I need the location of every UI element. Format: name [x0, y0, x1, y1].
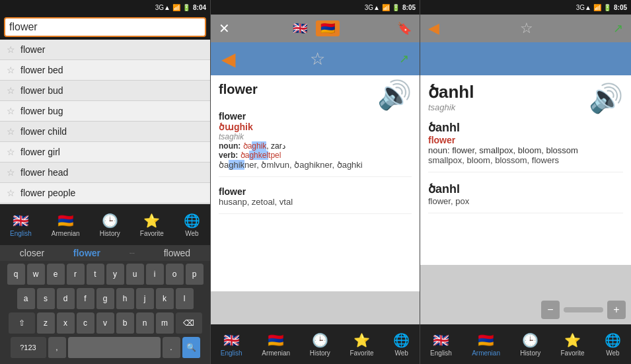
- p3-extra-1: smallpox, bloom, blossom, flowers: [428, 155, 623, 165]
- key-symbols[interactable]: ?123: [11, 337, 46, 359]
- nav3-item-favorite[interactable]: ⭐ Favorite: [561, 332, 585, 357]
- speaker-icon-3[interactable]: 🔊: [589, 82, 623, 114]
- key-y[interactable]: y: [106, 264, 124, 286]
- key-a[interactable]: a: [17, 288, 35, 310]
- search-input-wrapper[interactable]: [4, 17, 206, 37]
- def-text-2: husanp, zetoal, vtal: [219, 197, 412, 207]
- star-icon[interactable]: ☆: [7, 65, 15, 75]
- key-m[interactable]: m: [156, 312, 174, 335]
- kb-suggest-center[interactable]: flower: [73, 248, 100, 258]
- key-x[interactable]: x: [57, 312, 75, 335]
- star-icon[interactable]: ☆: [7, 106, 15, 116]
- key-space[interactable]: [68, 337, 161, 359]
- key-k[interactable]: k: [156, 288, 174, 310]
- status-icons-2: 3G▲ 📶 🔋: [365, 4, 400, 11]
- list-item[interactable]: ☆ flower bud: [0, 81, 210, 101]
- nav2-item-english[interactable]: 🇬🇧 English: [221, 332, 242, 357]
- star-icon[interactable]: ☆: [7, 44, 15, 55]
- nav3-item-history[interactable]: 🕒 History: [520, 332, 540, 357]
- key-p[interactable]: p: [186, 264, 204, 286]
- language-header: ✕ 🇬🇧 🇦🇲 🔖: [211, 15, 420, 42]
- key-r[interactable]: r: [67, 264, 85, 286]
- status-bar-3: 3G▲ 📶 🔋 8:05: [420, 0, 631, 15]
- key-comma[interactable]: ,: [48, 337, 66, 359]
- star-icon[interactable]: ☆: [7, 167, 15, 178]
- nav2-history-icon: 🕒: [312, 332, 328, 348]
- key-i[interactable]: i: [146, 264, 164, 286]
- nav2-label-english: English: [221, 349, 242, 357]
- key-search[interactable]: 🔍: [182, 337, 200, 359]
- key-l[interactable]: l: [176, 288, 194, 310]
- search-input[interactable]: [9, 21, 201, 33]
- nav-item-favorite[interactable]: ⭐ Favorite: [140, 213, 164, 237]
- nav2-item-favorite[interactable]: ⭐ Favorite: [350, 332, 373, 357]
- nav-item-history[interactable]: 🕒 History: [100, 213, 120, 237]
- suggestion-text: flower bud: [20, 85, 63, 96]
- kb-suggest-left[interactable]: closer: [20, 248, 44, 258]
- key-j[interactable]: j: [136, 288, 154, 310]
- key-f[interactable]: f: [77, 288, 94, 310]
- back-button-3[interactable]: ◀: [428, 20, 439, 37]
- list-item[interactable]: ☆ flower: [0, 40, 210, 60]
- status-icons-1: 3G▲ 📶 🔋: [155, 4, 190, 11]
- nav-item-armenian[interactable]: 🇦🇲 Armenian: [52, 213, 80, 237]
- key-u[interactable]: u: [126, 264, 144, 286]
- nav3-item-english[interactable]: 🇬🇧 English: [430, 332, 452, 357]
- key-v[interactable]: v: [96, 312, 114, 335]
- list-item[interactable]: ☆ flower bug: [0, 101, 210, 122]
- close-button[interactable]: ✕: [219, 20, 230, 36]
- nav2-web-icon: 🌐: [393, 332, 410, 348]
- star-icon[interactable]: ☆: [7, 188, 15, 198]
- star-icon[interactable]: ☆: [7, 147, 15, 157]
- key-delete[interactable]: ⌫: [176, 312, 202, 335]
- list-item[interactable]: ☆ flower bed: [0, 60, 210, 81]
- nav2-english-flag: 🇬🇧: [223, 332, 240, 348]
- nav3-item-web[interactable]: 🌐 Web: [605, 332, 621, 357]
- list-item[interactable]: ☆ flower girl: [0, 142, 210, 163]
- key-c[interactable]: c: [77, 312, 94, 335]
- share-button[interactable]: ↗: [399, 52, 409, 66]
- key-t[interactable]: t: [87, 264, 104, 286]
- list-item[interactable]: ☆ flower child: [0, 122, 210, 142]
- key-b[interactable]: b: [116, 312, 134, 335]
- nav2-label-armenian: Armenian: [262, 349, 290, 357]
- key-q[interactable]: q: [7, 264, 25, 286]
- key-g[interactable]: g: [96, 288, 114, 310]
- english-flag-button[interactable]: 🇬🇧: [288, 20, 312, 36]
- key-e[interactable]: e: [47, 264, 65, 286]
- share-button-3[interactable]: ↗: [613, 21, 623, 36]
- key-o[interactable]: o: [166, 264, 184, 286]
- favorite-icon: ⭐: [143, 213, 160, 229]
- back-arrow-button[interactable]: ◀: [221, 48, 236, 70]
- key-h[interactable]: h: [116, 288, 134, 310]
- list-item[interactable]: ☆ flower head: [0, 163, 210, 183]
- zoom-out-button[interactable]: −: [541, 301, 560, 319]
- nav-item-english[interactable]: 🇬🇧 English: [10, 213, 32, 237]
- key-shift[interactable]: ⇧: [9, 312, 35, 335]
- star-icon[interactable]: ☆: [7, 85, 15, 96]
- nav2-item-web[interactable]: 🌐 Web: [393, 332, 410, 357]
- star-button-3[interactable]: ☆: [520, 20, 533, 37]
- bookmark-button[interactable]: 🔖: [397, 21, 412, 36]
- zoom-in-button[interactable]: +: [607, 301, 626, 319]
- suggestion-text: flower girl: [20, 147, 60, 157]
- star-button[interactable]: ☆: [310, 49, 325, 69]
- nav3-item-armenian[interactable]: 🇦🇲 Armenian: [472, 332, 500, 357]
- nav-item-web[interactable]: 🌐 Web: [184, 213, 200, 237]
- p3-armenian-1: ծanhl: [428, 120, 623, 135]
- nav2-item-history[interactable]: 🕒 History: [310, 332, 330, 357]
- kb-suggest-right[interactable]: flowed: [164, 248, 190, 258]
- battery-icon-3: 🔋: [603, 4, 611, 11]
- key-s[interactable]: s: [37, 288, 55, 310]
- armenian-flag-button[interactable]: 🇦🇲: [316, 20, 340, 36]
- list-item[interactable]: ☆ flower people: [0, 183, 210, 203]
- key-n[interactable]: n: [136, 312, 154, 335]
- nav2-item-armenian[interactable]: 🇦🇲 Armenian: [262, 332, 290, 357]
- key-d[interactable]: d: [57, 288, 75, 310]
- speaker-icon-2[interactable]: 🔊: [377, 79, 412, 111]
- key-w[interactable]: w: [27, 264, 45, 286]
- star-icon[interactable]: ☆: [7, 126, 15, 137]
- zoom-bar: [564, 307, 603, 312]
- key-z[interactable]: z: [37, 312, 55, 335]
- key-period[interactable]: .: [163, 337, 180, 359]
